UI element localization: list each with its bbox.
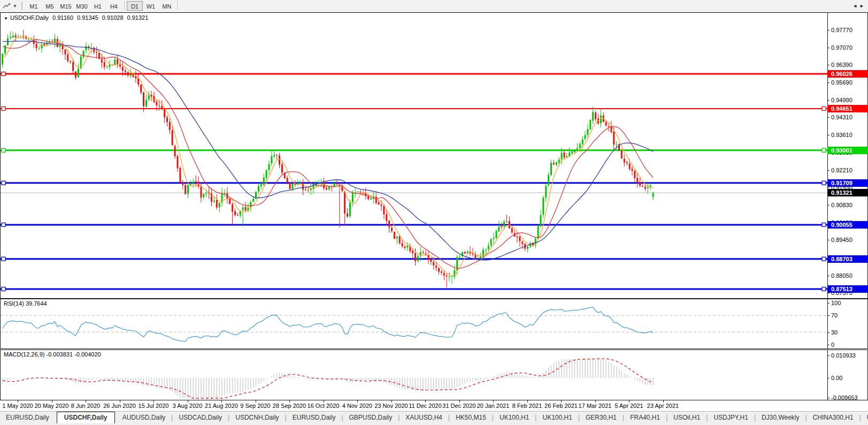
- symbol-caret-icon[interactable]: ▼: [4, 16, 8, 21]
- timeframe-button-D1[interactable]: D1: [127, 1, 143, 11]
- chart-tab-USDCNH-Daily[interactable]: USDCNH,Daily: [229, 412, 285, 423]
- date-tick-label: 8 Jun 2020: [71, 403, 100, 409]
- timeframe-button-M1[interactable]: M1: [26, 1, 42, 11]
- date-tick-label: 21 Aug 2020: [205, 403, 238, 409]
- date-tick-label: 5 Apr 2021: [614, 403, 643, 409]
- chart-tab-GER30-H1[interactable]: GER30,H1: [580, 412, 623, 423]
- timeframe-button-M5[interactable]: M5: [42, 1, 58, 11]
- date-tick-label: 3 Aug 2020: [173, 403, 203, 409]
- chart-tab-USDJPY-H1[interactable]: USDJPY,H1: [708, 412, 754, 423]
- toolbar-separator: [124, 1, 125, 10]
- ohlc-open: 0.91160: [52, 14, 73, 21]
- chart-tab-DJ30-Weekly[interactable]: DJ30,Weekly: [756, 412, 805, 423]
- toolbar-grip-handle[interactable]: [21, 2, 22, 10]
- tab-scroll-arrows: ◄►: [852, 3, 866, 9]
- chart-tab-XAUUSD-H4[interactable]: XAUUSD,H4: [400, 412, 448, 423]
- chart-header: ▼USDCHF,Daily0.911600.913450.910280.9132…: [4, 14, 148, 21]
- chart-tab-UK100-H1[interactable]: UK100,H1: [536, 412, 578, 423]
- date-tick-label: 16 Oct 2020: [308, 403, 340, 409]
- date-tick-label: 20 May 2020: [35, 403, 69, 409]
- date-tick-label: 31 Dec 2020: [442, 403, 475, 409]
- chart-tab-AUDUSD-Daily[interactable]: AUDUSD,Daily: [117, 412, 172, 423]
- macd-panel[interactable]: MACD(12,26,9) -0.003831 -0.004020: [0, 350, 868, 400]
- date-tick-label: 28 Sep 2020: [273, 403, 306, 409]
- timeframes-toolbar: ▼ M1M5M15M30H1H4D1W1MN: [0, 0, 868, 12]
- rsi-axis-separator: [827, 299, 828, 348]
- date-tick-label: 8 Feb 2021: [512, 403, 542, 409]
- chart-tab-EURUSD-Daily[interactable]: EURUSD,Daily: [287, 412, 342, 423]
- chart-tab-UK100-H1[interactable]: UK100,H1: [494, 412, 535, 423]
- chart-tab-HK50-M15[interactable]: HK50,M15: [450, 412, 492, 423]
- ohlc-high: 0.91345: [77, 14, 98, 21]
- date-tick-label: 26 Jun 2020: [103, 403, 136, 409]
- macd-canvas[interactable]: [1, 350, 827, 400]
- date-axis[interactable]: 1 May 202020 May 20208 Jun 202026 Jun 20…: [0, 400, 868, 411]
- date-tick-label: 23 Apr 2021: [647, 403, 679, 409]
- date-tick-label: 23 Nov 2020: [374, 403, 408, 409]
- date-tick-label: 9 Sep 2020: [240, 403, 270, 409]
- chart-tab-EURUSD-Daily[interactable]: EURUSD,Daily: [0, 412, 55, 423]
- date-tick-label: 11 Dec 2020: [409, 403, 442, 409]
- chart-tab-USOil-H1[interactable]: USOil,H1: [667, 412, 706, 423]
- timeframe-buttons: M1M5M15M30H1H4D1W1MN: [26, 1, 180, 11]
- timeframe-button-H1[interactable]: H1: [90, 1, 106, 11]
- timeframe-button-W1[interactable]: W1: [143, 1, 159, 11]
- date-tick-label: 1 May 2020: [2, 403, 33, 409]
- chart-tools-glyph: [3, 2, 11, 10]
- macd-label: MACD(12,26,9) -0.003831 -0.004020: [4, 351, 101, 358]
- ohlc-close: 0.91321: [127, 14, 149, 21]
- timeframe-button-M30[interactable]: M30: [74, 1, 90, 11]
- price-panel[interactable]: ▼USDCHF,Daily0.911600.913450.910280.9132…: [0, 12, 868, 299]
- date-tick-label: 15 Jul 2020: [139, 403, 169, 409]
- chart-tab-USDCAD-Daily[interactable]: USDCAD,Daily: [173, 412, 228, 423]
- chart-tab-U[interactable]: U: [861, 412, 868, 423]
- symbol-title: USDCHF,Daily: [10, 14, 49, 21]
- chart-tab-GBPUSD-Daily[interactable]: GBPUSD,Daily: [343, 412, 398, 423]
- mt4-chart-window: ▼ M1M5M15M30H1H4D1W1MN ▼USDCHF,Daily0.91…: [0, 0, 868, 425]
- date-tick-label: 20 Jan 2021: [477, 403, 510, 409]
- date-tick-label: 26 Feb 2021: [544, 403, 578, 409]
- tab-scroll-left-icon[interactable]: ◄: [852, 3, 859, 9]
- timeframe-button-H4[interactable]: H4: [106, 1, 122, 11]
- toolbar-separator: [177, 1, 178, 10]
- dropdown-caret-icon[interactable]: ▼: [13, 4, 17, 9]
- date-tick-label: 17 Mar 2021: [579, 403, 612, 409]
- price-chart-canvas[interactable]: [1, 13, 827, 298]
- date-tick-label: 4 Nov 2020: [342, 403, 372, 409]
- chart-tab-bar: EURUSD,Daily|USDCHF,Daily|AUDUSD,Daily|U…: [0, 411, 868, 425]
- rsi-label: RSI(14) 39.7644: [4, 300, 47, 307]
- chart-tab-FRA40-H1[interactable]: FRA40,H1: [624, 412, 666, 423]
- timeframe-button-MN[interactable]: MN: [159, 1, 175, 11]
- macd-axis-separator: [827, 350, 828, 400]
- tab-scroll-right-icon[interactable]: ►: [859, 3, 866, 9]
- timeframe-button-M15[interactable]: M15: [58, 1, 74, 11]
- ohlc-low: 0.91028: [102, 14, 124, 21]
- rsi-canvas[interactable]: [1, 299, 827, 348]
- chart-tab-CHINA300-H1[interactable]: CHINA300,H1: [807, 412, 859, 423]
- price-axis-separator: [827, 13, 828, 298]
- chart-tools-icon[interactable]: [2, 2, 12, 10]
- rsi-panel[interactable]: RSI(14) 39.7644: [0, 299, 868, 349]
- chart-tab-USDCHF-Daily[interactable]: USDCHF,Daily: [57, 412, 115, 423]
